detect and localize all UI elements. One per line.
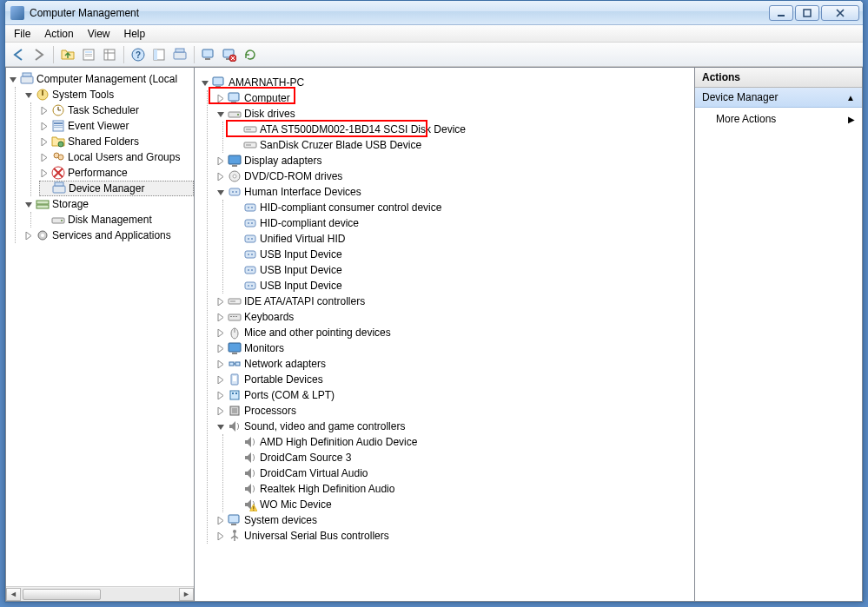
dev-usb-controllers[interactable]: Universal Serial Bus controllers: [215, 528, 694, 544]
dev-womic[interactable]: WO Mic Device: [231, 497, 694, 512]
expander-open-icon[interactable]: [215, 421, 227, 432]
dev-hid[interactable]: Human Interface Devices: [215, 184, 694, 200]
dev-sandisk[interactable]: SanDisk Cruzer Blade USB Device: [231, 137, 694, 153]
tree-disk-management[interactable]: Disk Management: [39, 212, 194, 228]
tree-local-users[interactable]: Local Users and Groups: [39, 149, 194, 165]
maximize-button[interactable]: [795, 5, 819, 21]
expander-closed-icon[interactable]: [39, 105, 50, 116]
toolbar-scan-button[interactable]: [199, 45, 218, 64]
tree-event-viewer[interactable]: Event Viewer: [39, 118, 194, 134]
dev-display[interactable]: Display adapters: [215, 153, 694, 168]
toolbar-refresh-button[interactable]: [241, 45, 260, 64]
horizontal-scrollbar[interactable]: ◄ ►: [6, 586, 194, 601]
dev-root[interactable]: AMARNATH-PC: [200, 75, 694, 90]
expander-closed-icon[interactable]: [39, 152, 50, 163]
expander-open-icon[interactable]: [215, 109, 227, 120]
hid-icon: [243, 201, 257, 214]
expander-open-icon[interactable]: [23, 89, 35, 101]
scroll-track[interactable]: [21, 588, 179, 601]
dev-hid-consumer[interactable]: HID-compliant consumer control device: [231, 200, 694, 215]
toolbar: [5, 43, 863, 67]
toolbar-forward-button[interactable]: [30, 45, 49, 64]
toolbar-back-button[interactable]: [9, 45, 28, 64]
expander-closed-icon[interactable]: [215, 155, 227, 167]
expander-closed-icon[interactable]: [215, 343, 227, 354]
gear-icon: [36, 228, 50, 242]
dev-ata-disk[interactable]: ATA ST500DM002-1BD14 SCSI Disk Device: [231, 122, 694, 137]
toolbar-properties-button[interactable]: [79, 45, 98, 64]
expander-closed-icon[interactable]: [215, 515, 227, 526]
scroll-right-button[interactable]: ►: [179, 588, 194, 601]
dev-keyboards[interactable]: Keyboards: [215, 309, 694, 325]
dev-system[interactable]: System devices: [215, 512, 694, 528]
expander-closed-icon[interactable]: [215, 312, 227, 323]
dev-ide[interactable]: IDE ATA/ATAPI controllers: [215, 294, 694, 309]
tree-system-tools[interactable]: System Tools: [23, 87, 194, 102]
expander-open-icon[interactable]: [200, 77, 211, 89]
dev-amd-audio[interactable]: AMD High Definition Audio Device: [231, 434, 694, 450]
expander-closed-icon[interactable]: [215, 171, 227, 182]
expander-closed-icon[interactable]: [23, 230, 35, 241]
dev-disk-drives[interactable]: Disk drives: [215, 106, 694, 122]
dev-network[interactable]: Network adapters: [215, 356, 694, 372]
toolbar-uninstall-button[interactable]: [220, 45, 239, 64]
expander-closed-icon[interactable]: [39, 121, 50, 132]
menu-file[interactable]: File: [7, 26, 37, 42]
tree-task-scheduler[interactable]: Task Scheduler: [39, 102, 194, 118]
tree-shared-folders[interactable]: Shared Folders: [39, 134, 194, 149]
toolbar-view-button[interactable]: [100, 45, 119, 64]
dev-unified-hid[interactable]: Unified Virtual HID: [231, 231, 694, 247]
dev-usb-input-1[interactable]: USB Input Device: [231, 247, 694, 262]
dev-hid-device[interactable]: HID-compliant device: [231, 215, 694, 231]
dev-portable[interactable]: Portable Devices: [215, 372, 694, 387]
expander-open-icon[interactable]: [8, 74, 19, 85]
scroll-thumb[interactable]: [23, 589, 101, 600]
tree-storage[interactable]: Storage: [23, 196, 194, 212]
expander-open-icon[interactable]: [23, 199, 35, 210]
menu-view[interactable]: View: [81, 26, 117, 42]
expander-open-icon[interactable]: [215, 187, 227, 198]
dev-computer[interactable]: Computer: [215, 90, 694, 106]
performance-icon: [51, 166, 65, 180]
menu-action[interactable]: Action: [37, 26, 80, 42]
dev-monitors[interactable]: Monitors: [215, 340, 694, 356]
expander-closed-icon[interactable]: [215, 327, 227, 339]
dev-dvd[interactable]: DVD/CD-ROM drives: [215, 168, 694, 184]
dev-realtek[interactable]: Realtek High Definition Audio: [231, 481, 694, 497]
tree-root[interactable]: Computer Management (Local: [8, 71, 194, 87]
expander-closed-icon[interactable]: [215, 406, 227, 417]
expander-closed-icon[interactable]: [215, 359, 227, 370]
disk-icon: [51, 213, 65, 227]
toolbar-show-hide-button[interactable]: [149, 45, 169, 64]
dev-processors[interactable]: Processors: [215, 403, 694, 419]
menu-help[interactable]: Help: [117, 26, 153, 42]
expander-closed-icon[interactable]: [215, 374, 227, 386]
console-tree[interactable]: Computer Management (Local System Tools: [6, 68, 194, 247]
expander-closed-icon[interactable]: [215, 93, 227, 104]
actions-section[interactable]: Device Manager ▲: [695, 88, 862, 108]
dev-sound[interactable]: Sound, video and game controllers: [215, 419, 694, 434]
dev-ports[interactable]: Ports (COM & LPT): [215, 387, 694, 403]
expander-closed-icon[interactable]: [39, 136, 50, 148]
actions-more[interactable]: More Actions ▶: [695, 108, 862, 130]
tree-performance[interactable]: Performance: [39, 165, 194, 181]
expander-closed-icon[interactable]: [39, 168, 50, 179]
dev-usb-input-3[interactable]: USB Input Device: [231, 278, 694, 294]
dev-droidcam-virtual[interactable]: DroidCam Virtual Audio: [231, 465, 694, 481]
toolbar-up-button[interactable]: [58, 45, 77, 64]
dev-droidcam-source[interactable]: DroidCam Source 3: [231, 450, 694, 465]
titlebar[interactable]: Computer Management: [5, 1, 863, 25]
expander-closed-icon[interactable]: [215, 390, 227, 401]
expander-closed-icon[interactable]: [215, 531, 227, 542]
toolbar-action-button[interactable]: [170, 45, 189, 64]
expander-closed-icon[interactable]: [215, 296, 227, 307]
close-button[interactable]: [821, 5, 859, 21]
device-tree[interactable]: AMARNATH-PC Computer Disk driv: [198, 71, 694, 547]
scroll-left-button[interactable]: ◄: [6, 588, 21, 601]
dev-mice[interactable]: Mice and other pointing devices: [215, 325, 694, 340]
tree-services-apps[interactable]: Services and Applications: [23, 228, 194, 243]
toolbar-help-button[interactable]: [129, 45, 148, 64]
dev-usb-input-2[interactable]: USB Input Device: [231, 262, 694, 278]
tree-device-manager[interactable]: Device Manager: [39, 181, 194, 196]
minimize-button[interactable]: [769, 5, 793, 21]
